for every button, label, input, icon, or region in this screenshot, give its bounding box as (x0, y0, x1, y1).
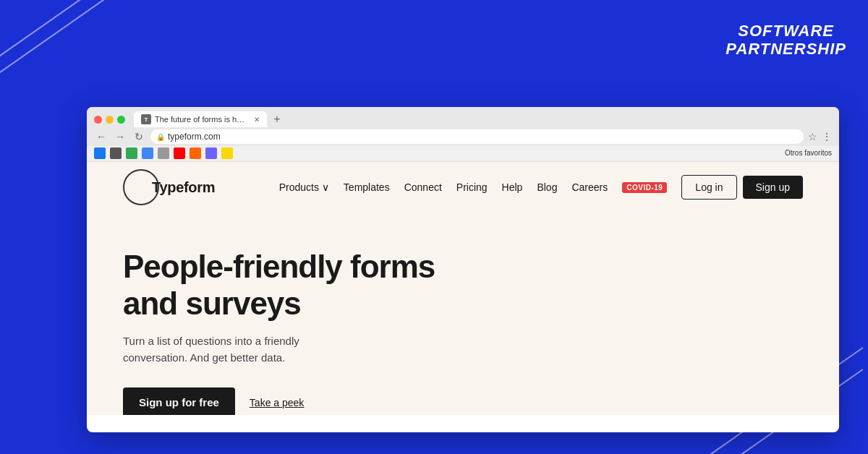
nav-link-pricing[interactable]: Pricing (456, 181, 488, 193)
bookmark-1[interactable] (94, 147, 106, 159)
browser-address-row: ← → ↻ 🔒 typeform.com ☆ ⋮ (87, 127, 839, 146)
nav-link-templates[interactable]: Templates (344, 181, 390, 193)
nav-link-careers[interactable]: Careers (571, 181, 608, 193)
nav-link-connect[interactable]: Connect (404, 181, 442, 193)
tab-title: The future of forms is here | T… (155, 115, 249, 124)
bookmark-6[interactable] (174, 147, 185, 159)
badge-line1: SOFTWARE (726, 22, 846, 40)
hero-title: People-friendly formsand surveys (123, 249, 485, 322)
bookmarks-others-label: Otros favoritos (785, 149, 832, 157)
fullscreen-traffic-light[interactable] (117, 116, 125, 124)
nav-link-products[interactable]: Products ∨ (279, 181, 329, 193)
bookmark-8[interactable] (205, 147, 217, 159)
back-button[interactable]: ← (94, 129, 109, 144)
bookmark-3[interactable] (126, 147, 137, 159)
nav-links: Products ∨ Templates Connect Pricing Hel… (279, 181, 668, 193)
close-traffic-light[interactable] (94, 116, 102, 124)
tab-favicon: T (141, 114, 151, 124)
browser-menu-icon[interactable]: ⋮ (822, 131, 832, 142)
url-text: typeform.com (168, 132, 221, 142)
bookmark-4[interactable] (142, 147, 153, 159)
hero-subtitle: Turn a list of questions into a friendly… (123, 333, 354, 366)
bookmark-star-icon[interactable]: ☆ (808, 131, 817, 142)
bookmarks-bar: Otros favoritos (87, 145, 839, 162)
nav-actions: Log in Sign up (681, 175, 803, 200)
badge-line2: PARTNERSHIP (726, 40, 846, 58)
website-content-area: Typeform Products ∨ Templates Connect Pr… (87, 162, 839, 415)
reload-button[interactable]: ↻ (132, 129, 146, 144)
nav-link-help[interactable]: Help (502, 181, 523, 193)
login-button[interactable]: Log in (681, 175, 736, 200)
address-bar[interactable]: 🔒 typeform.com (150, 129, 804, 144)
bookmark-7[interactable] (190, 147, 201, 159)
software-partnership-badge: SOFTWARE PARTNERSHIP (726, 22, 846, 59)
browser-window: T The future of forms is here | T… ✕ + ←… (87, 107, 839, 432)
site-nav: Typeform Products ∨ Templates Connect Pr… (87, 162, 839, 213)
bookmark-9[interactable] (221, 147, 233, 159)
hero-actions: Sign up for free Take a peek (123, 387, 803, 415)
browser-chrome: T The future of forms is here | T… ✕ + ←… (87, 107, 839, 145)
traffic-lights (94, 116, 125, 124)
minimize-traffic-light[interactable] (106, 116, 114, 124)
decorative-lines-topleft (0, 0, 116, 116)
logo-text: Typeform (152, 179, 215, 196)
signup-free-button[interactable]: Sign up for free (123, 387, 235, 415)
hero-section: People-friendly formsand surveys Turn a … (87, 213, 839, 415)
browser-tab-active[interactable]: T The future of forms is here | T… ✕ (134, 111, 267, 127)
browser-tabs-row: T The future of forms is here | T… ✕ + (87, 107, 839, 127)
secure-lock-icon: 🔒 (156, 133, 165, 141)
new-tab-button[interactable]: + (270, 112, 284, 127)
bookmark-2[interactable] (110, 147, 122, 159)
signup-button[interactable]: Sign up (743, 176, 803, 199)
tab-close-button[interactable]: ✕ (254, 116, 260, 124)
bookmark-5[interactable] (158, 147, 169, 159)
forward-button[interactable]: → (113, 129, 127, 144)
nav-link-blog[interactable]: Blog (537, 181, 557, 193)
site-logo: Typeform (123, 169, 215, 205)
covid-badge: COVID-19 (622, 182, 667, 193)
take-peek-button[interactable]: Take a peek (250, 397, 305, 408)
